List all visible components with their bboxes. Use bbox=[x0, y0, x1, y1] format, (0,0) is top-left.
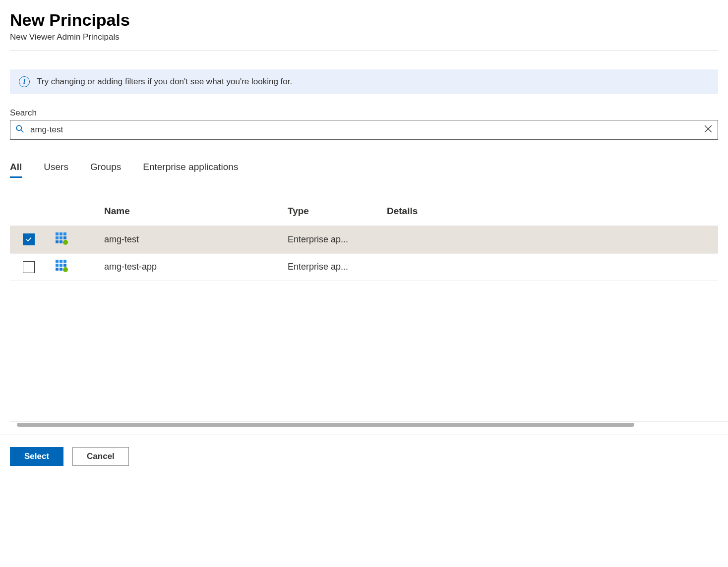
info-banner: i Try changing or adding filters if you … bbox=[10, 69, 718, 94]
results-table: Name Type Details bbox=[10, 200, 718, 281]
svg-rect-10 bbox=[56, 240, 59, 243]
cancel-button[interactable]: Cancel bbox=[72, 447, 129, 466]
enterprise-app-icon bbox=[55, 231, 68, 245]
search-label: Search bbox=[10, 108, 718, 118]
table-header: Name Type Details bbox=[10, 200, 718, 226]
svg-rect-14 bbox=[60, 260, 62, 263]
search-input-wrapper[interactable] bbox=[10, 120, 718, 140]
svg-rect-4 bbox=[56, 232, 59, 235]
svg-rect-16 bbox=[56, 264, 59, 267]
svg-rect-13 bbox=[56, 260, 59, 263]
horizontal-scrollbar[interactable] bbox=[10, 421, 728, 428]
svg-rect-17 bbox=[60, 264, 62, 267]
column-name[interactable]: Name bbox=[104, 206, 288, 217]
table-row[interactable]: amg-test-app Enterprise ap... bbox=[10, 253, 718, 281]
search-section: Search bbox=[10, 108, 718, 140]
svg-point-21 bbox=[63, 267, 68, 272]
column-type[interactable]: Type bbox=[288, 206, 387, 217]
row-checkbox[interactable] bbox=[23, 233, 35, 245]
svg-rect-18 bbox=[63, 264, 66, 267]
svg-point-0 bbox=[16, 126, 21, 131]
svg-line-1 bbox=[21, 130, 23, 132]
page-subtitle: New Viewer Admin Principals bbox=[10, 32, 718, 42]
info-banner-text: Try changing or adding filters if you do… bbox=[37, 77, 292, 87]
column-details[interactable]: Details bbox=[387, 206, 718, 217]
tab-enterprise-applications[interactable]: Enterprise applications bbox=[143, 162, 238, 178]
tab-users[interactable]: Users bbox=[44, 162, 68, 178]
search-icon bbox=[15, 124, 24, 135]
header-divider bbox=[10, 50, 718, 51]
svg-rect-8 bbox=[60, 236, 62, 239]
select-button[interactable]: Select bbox=[10, 447, 63, 466]
page-title: New Principals bbox=[10, 10, 718, 30]
tab-all[interactable]: All bbox=[10, 162, 22, 178]
tab-groups[interactable]: Groups bbox=[90, 162, 121, 178]
svg-rect-9 bbox=[63, 236, 66, 239]
footer-actions: Select Cancel bbox=[0, 435, 728, 478]
svg-rect-11 bbox=[60, 240, 62, 243]
clear-icon[interactable] bbox=[704, 124, 713, 135]
table-row[interactable]: amg-test Enterprise ap... bbox=[10, 226, 718, 253]
panel-header: New Principals New Viewer Admin Principa… bbox=[0, 0, 728, 57]
row-name: amg-test-app bbox=[104, 262, 288, 272]
svg-rect-5 bbox=[60, 232, 62, 235]
svg-rect-6 bbox=[63, 232, 66, 235]
row-type: Enterprise ap... bbox=[288, 234, 387, 245]
svg-point-12 bbox=[63, 240, 68, 245]
scrollbar-thumb[interactable] bbox=[17, 423, 634, 427]
search-input[interactable] bbox=[24, 125, 704, 135]
row-name: amg-test bbox=[104, 234, 288, 245]
row-checkbox[interactable] bbox=[23, 261, 35, 273]
row-type: Enterprise ap... bbox=[288, 262, 387, 272]
svg-rect-7 bbox=[56, 236, 59, 239]
filter-tabs: All Users Groups Enterprise applications bbox=[10, 162, 718, 178]
svg-rect-15 bbox=[63, 260, 66, 263]
svg-rect-19 bbox=[56, 268, 59, 271]
info-icon: i bbox=[19, 76, 30, 87]
enterprise-app-icon bbox=[55, 259, 68, 273]
svg-rect-20 bbox=[60, 268, 62, 271]
